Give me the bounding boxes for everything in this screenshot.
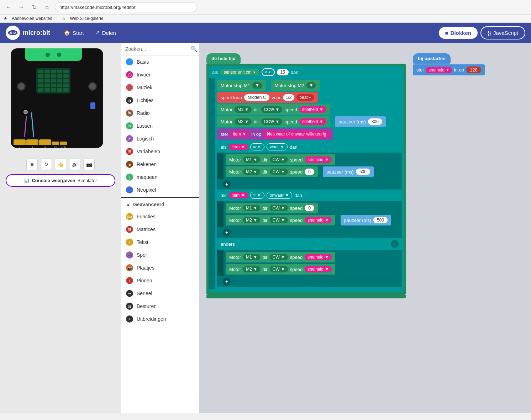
motor-m1-cw-0[interactable]: Motor M1 ▼ dir CW ▼ speed 0: [226, 203, 318, 213]
button-a[interactable]: [17, 82, 26, 91]
motor-m2-cw-0[interactable]: Motor M2 ▼ dir CW ▼ speed 0: [226, 166, 318, 177]
stel-item-block[interactable]: stel item ▼ in op kies waar of onwaar wi…: [217, 128, 333, 140]
touch-button[interactable]: 👆: [55, 159, 66, 170]
anders-header[interactable]: anders −: [217, 238, 402, 250]
snelheid-cw-1[interactable]: snelheid ▼: [305, 156, 332, 163]
anders-motor-m1[interactable]: Motor M1 ▼ dir CW ▼ speed snelheid ▼: [226, 252, 335, 262]
sidebar-item-geavanceerd[interactable]: ▲ Geavanceerd: [121, 199, 199, 210]
anders-cw-1[interactable]: CW ▼: [270, 254, 288, 260]
anders-m2-dropdown[interactable]: M2 ▼: [243, 266, 260, 272]
anders-snelheid-2[interactable]: snelheid ▼: [305, 266, 332, 272]
cw-dropdown-4[interactable]: CW ▼: [270, 217, 288, 223]
m1-cw-dropdown-1[interactable]: M1 ▼: [243, 156, 260, 163]
anders-snelheid-1[interactable]: snelheid ▼: [305, 254, 332, 260]
lt-dropdown[interactable]: < ▼: [262, 68, 275, 76]
plus-button-2[interactable]: +: [223, 229, 231, 236]
camera-button[interactable]: 📷: [83, 159, 95, 170]
startup-val-bubble[interactable]: 128: [466, 67, 481, 73]
kies-waar-bubble[interactable]: kies waar of onwaar willekeurig: [263, 131, 330, 138]
sidebar-item-rekenen[interactable]: ■ Rekenen: [121, 158, 199, 171]
midden-c-bubble[interactable]: Midden C: [244, 94, 269, 101]
sidebar-item-invoer[interactable]: ◯ Invoer: [121, 68, 199, 81]
snelheid-dropdown-1[interactable]: snelheid ▼: [299, 106, 326, 113]
onwaar-dropdown[interactable]: onwaar ▼: [267, 192, 293, 199]
plus-button-bottom[interactable]: +: [223, 278, 231, 286]
val-800[interactable]: 800: [368, 118, 382, 125]
stop-button[interactable]: ■: [26, 159, 38, 170]
als-item-onwaar-header[interactable]: als item ▼ = ▼ onwaar ▼ dan: [217, 190, 402, 201]
bookmark-webslice[interactable]: Web Slice-galerie: [70, 16, 104, 21]
startup-stel-block[interactable]: stel snelheid ▼ in op 128: [413, 64, 485, 75]
motor-m1-ccw-block[interactable]: Motor M1 ▼ dir CCW ▼ speed snelheid ▼: [217, 104, 330, 115]
cw-dropdown-1[interactable]: CW ▼: [270, 156, 288, 163]
anders-motor-m2[interactable]: Motor M2 ▼ dir CW ▼ speed snelheid ▼: [226, 264, 335, 275]
item-dropdown-1[interactable]: item ▼: [230, 131, 249, 137]
waar-dropdown-1[interactable]: waar ▼: [267, 143, 288, 150]
val-15[interactable]: 15: [277, 69, 289, 75]
half-bubble[interactable]: 1/2: [283, 94, 295, 101]
sidebar-item-lichtjes[interactable]: ◑ Lichtjes: [121, 94, 199, 107]
pauzeer-500-2[interactable]: pauzeer (ms) 500: [341, 215, 391, 225]
forever-hat[interactable]: de hele tijd: [206, 53, 241, 64]
als-item-waar-header[interactable]: als item ▼ = ▼ waar ▼ dan: [217, 141, 402, 153]
sidebar-item-radio[interactable]: 📡 Radio: [121, 107, 199, 119]
sidebar-item-functies[interactable]: f(x) Functies: [121, 210, 199, 223]
zero-bubble-1[interactable]: 0: [305, 169, 314, 175]
motor-stop-m2[interactable]: Motor stop M2 ▼: [271, 80, 320, 91]
sidebar-item-serieel[interactable]: ↭ Serieel: [121, 287, 199, 300]
motor-m2-cw-snelheid[interactable]: Motor M2 ▼ dir CW ▼ speed snelheid ▼: [226, 215, 335, 225]
zero-bubble-2[interactable]: 0: [305, 205, 314, 211]
val-500-1[interactable]: 500: [356, 169, 370, 175]
blokken-button[interactable]: ■ Blokken: [439, 27, 478, 39]
pauzeer-800-block[interactable]: pauzeer (ms) 800: [335, 116, 386, 127]
sensor-unit-dropdown[interactable]: sensor unit cm ▼: [220, 69, 259, 75]
bookmark-aanbevolen[interactable]: Aanbevolen websites: [12, 16, 52, 21]
eq-dropdown[interactable]: = ▼: [250, 143, 264, 150]
snelheid-cw-2[interactable]: snelheid ▼: [305, 217, 332, 223]
address-bar[interactable]: [55, 2, 197, 12]
home-button[interactable]: ⌂: [42, 2, 52, 12]
anders-m1-dropdown[interactable]: M1 ▼: [243, 254, 260, 260]
javascript-button[interactable]: {} JavaScript: [480, 26, 525, 39]
sidebar-item-spel[interactable]: 🎮 Spel: [121, 249, 199, 261]
pauzeer-500-1[interactable]: pauzeer (ms) 500: [323, 166, 374, 177]
restart-button[interactable]: ↻: [41, 159, 52, 170]
snelheid-dropdown[interactable]: snelheid ▼: [426, 67, 452, 73]
als-sensor-block[interactable]: als sensor unit cm ▼ < ▼ 15 dan: [209, 66, 404, 78]
sidebar-item-maqueen[interactable]: ⌡ maqueen: [121, 171, 199, 184]
m2-cw-dropdown-1[interactable]: M2 ▼: [243, 169, 260, 175]
motor-m2-ccw-block[interactable]: Motor M2 ▼ dir CCW ▼ speed snelheid ▼: [217, 116, 330, 127]
sidebar-item-plaatjes[interactable]: 📷 Plaatjes: [121, 261, 199, 274]
cw-dropdown-3[interactable]: CW ▼: [270, 205, 288, 211]
sidebar-item-matrices[interactable]: ☷ Matrices: [121, 223, 199, 236]
motor-stop-m1[interactable]: Motor stop M1 ▼: [217, 80, 266, 91]
beat-dropdown[interactable]: beat▼: [296, 94, 314, 101]
speel-toon-block[interactable]: speel toon Midden C voor 1/2 beat▼: [217, 92, 318, 103]
refresh-button[interactable]: ↻: [29, 2, 39, 12]
sidebar-item-lussen[interactable]: ↻ Lussen: [121, 119, 199, 132]
sidebar-item-muziek[interactable]: 🎧 Muziek: [121, 81, 199, 94]
m2-dropdown-1[interactable]: ▼: [306, 82, 316, 89]
m1-cw-dropdown-2[interactable]: M1 ▼: [243, 205, 260, 211]
m2-dir-dropdown[interactable]: M2 ▼: [235, 118, 252, 125]
sidebar-item-neopixel[interactable]: ⋯ Neopixel: [121, 184, 199, 196]
plus-button-1[interactable]: +: [223, 180, 231, 188]
m1-dir-dropdown[interactable]: M1 ▼: [235, 106, 252, 113]
item-dropdown-2[interactable]: item ▼: [229, 144, 248, 150]
console-button[interactable]: 📊 Console weergeven Simulator: [6, 174, 115, 187]
back-button[interactable]: ←: [4, 2, 14, 12]
sidebar-item-logisch[interactable]: ✗ Logisch: [121, 132, 199, 145]
startup-hat[interactable]: bij opstarten: [413, 53, 451, 64]
eq-dropdown-2[interactable]: = ▼: [250, 192, 264, 199]
ccw-dropdown-2[interactable]: CCW ▼: [261, 118, 283, 125]
sidebar-item-pinnen[interactable]: ○ Pinnen: [121, 274, 199, 287]
m1-dropdown-1[interactable]: ▼: [252, 82, 262, 89]
item-dropdown-3[interactable]: item ▼: [229, 192, 248, 198]
forward-button[interactable]: →: [16, 2, 26, 12]
button-b[interactable]: [88, 82, 97, 91]
motor-m1-cw-1[interactable]: Motor M1 ▼ dir CW ▼ speed snelheid ▼: [226, 154, 335, 165]
sidebar-item-uitbreidingen[interactable]: + Uitbreidingen: [121, 313, 199, 325]
sidebar-item-basis[interactable]: ☄ Basis: [121, 55, 199, 68]
sidebar-item-besturen[interactable]: ☷ Besturen: [121, 300, 199, 313]
delen-button[interactable]: ↗ Delen: [90, 27, 121, 39]
